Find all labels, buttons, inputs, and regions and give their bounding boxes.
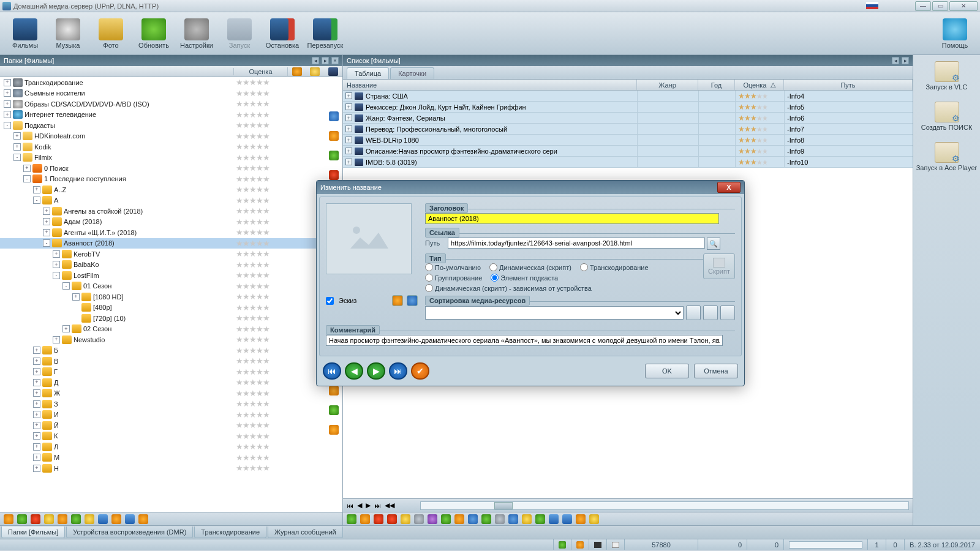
gutter-icon[interactable] xyxy=(329,386,339,395)
browse-button[interactable]: 🔍 xyxy=(707,238,720,250)
radio-default[interactable]: По-умолчанию xyxy=(425,263,481,271)
list-row[interactable]: +WEB-DLRip 1080★★★★★-Info8 xyxy=(343,135,913,146)
tool-icon[interactable] xyxy=(454,514,464,524)
radio-dyndev[interactable]: Динамическая (скрипт) - зависимая от уст… xyxy=(425,284,592,292)
tree-item[interactable]: [720p] (10)★★★★★ xyxy=(0,313,342,324)
restart-button[interactable]: Перезапуск xyxy=(304,14,347,53)
tool-icon[interactable] xyxy=(360,514,370,524)
photo-button[interactable]: Фото xyxy=(89,14,132,53)
tree-item[interactable]: -А★★★★★ xyxy=(0,195,342,206)
tree-item[interactable]: +Л★★★★★ xyxy=(0,441,342,452)
nav-check-button[interactable]: ✔ xyxy=(411,362,429,380)
header-input[interactable] xyxy=(425,213,719,224)
list-row[interactable]: +Страна: США★★★★★-Info4 xyxy=(343,91,913,102)
tree-item[interactable]: +З★★★★★ xyxy=(0,399,342,410)
tree-item[interactable]: -Подкасты★★★★★ xyxy=(0,120,342,131)
radio-group[interactable]: Группирование xyxy=(425,274,482,282)
nav-prev-button[interactable]: ◀ xyxy=(345,362,363,380)
folder-tree[interactable]: +Транскодирование★★★★★+Съемные носители★… xyxy=(0,77,342,512)
tree-item[interactable]: -Filmix★★★★★ xyxy=(0,152,342,163)
tool-icon[interactable] xyxy=(481,514,491,524)
sort-btn-1[interactable] xyxy=(686,305,701,320)
gutter-icon[interactable] xyxy=(329,131,339,141)
tree-item[interactable]: +М★★★★★ xyxy=(0,452,342,463)
list-body[interactable]: +Страна: США★★★★★-Info4+Режиссер: Джон Л… xyxy=(343,91,913,168)
action-vlc[interactable]: Запуск в VLC xyxy=(916,61,978,91)
sort-select[interactable] xyxy=(425,306,684,320)
tree-item[interactable]: +К★★★★★ xyxy=(0,431,342,442)
stop-button[interactable]: Остановка xyxy=(261,14,304,53)
right-next-button[interactable]: ▸ xyxy=(902,57,909,64)
sort-btn-3[interactable] xyxy=(720,305,735,320)
nav-next-icon[interactable]: ▶ xyxy=(366,501,371,509)
left-close-button[interactable]: × xyxy=(331,57,339,64)
tree-item[interactable]: +Адам (2018)★★★★★ xyxy=(0,217,342,228)
tool-icon[interactable] xyxy=(31,514,40,524)
tree-item[interactable]: +HDKinoteatr.com★★★★★ xyxy=(0,131,342,142)
tool-icon[interactable] xyxy=(58,514,67,524)
tool-icon[interactable] xyxy=(535,514,545,524)
eskiz-folder-button[interactable] xyxy=(392,295,403,306)
tool-icon[interactable] xyxy=(44,514,54,524)
gutter-icon[interactable] xyxy=(329,151,339,160)
col-rating[interactable]: Оценка xyxy=(233,68,287,75)
minimize-button[interactable]: — xyxy=(915,1,931,11)
left-next-button[interactable]: ▸ xyxy=(322,57,329,64)
tool-icon[interactable] xyxy=(401,514,410,524)
tree-item[interactable]: +Транскодирование★★★★★ xyxy=(0,77,342,88)
close-window-button[interactable]: ✕ xyxy=(949,1,978,11)
tool-icon[interactable] xyxy=(374,514,383,524)
tool-icon[interactable] xyxy=(522,514,532,524)
imdb-icon[interactable] xyxy=(589,514,599,524)
help-button[interactable]: Помощь xyxy=(933,14,976,53)
refresh-button[interactable]: Обновить xyxy=(132,14,175,53)
radio-trans[interactable]: Транскодирование xyxy=(580,263,649,271)
sort-btn-2[interactable] xyxy=(703,305,718,320)
list-row[interactable]: +Перевод: Профессиональный, многоголосый… xyxy=(343,124,913,135)
tree-item[interactable]: +[1080 HD]★★★★★ xyxy=(0,291,342,302)
radio-podcast[interactable]: Элемент подкаста xyxy=(491,274,558,282)
left-prev-button[interactable]: ◂ xyxy=(312,57,319,64)
eskiz-checkbox[interactable] xyxy=(326,297,334,305)
script-button[interactable]: Скрипт xyxy=(703,253,735,279)
nav-prev-icon[interactable]: ◀ xyxy=(357,501,362,509)
music-button[interactable]: Музыка xyxy=(47,14,89,53)
tree-item[interactable]: +BaibaKo★★★★★ xyxy=(0,260,342,271)
tree-item[interactable]: -1 Последние поступления★★★★★ xyxy=(0,174,342,185)
tool-icon[interactable] xyxy=(4,514,13,524)
tool-icon[interactable] xyxy=(441,514,451,524)
tree-item[interactable]: +Н★★★★★ xyxy=(0,463,342,474)
tool-icon[interactable] xyxy=(414,514,424,524)
tree-item[interactable]: +0 Поиск★★★★★ xyxy=(0,163,342,174)
tab-cards[interactable]: Карточки xyxy=(390,67,434,79)
tree-item[interactable]: +В★★★★★ xyxy=(0,356,342,367)
tool-icon[interactable] xyxy=(111,514,121,524)
tool-icon[interactable] xyxy=(71,514,81,524)
btab-dmr[interactable]: Устройства воспроизведения (DMR) xyxy=(66,527,193,538)
tree-item[interactable]: +A..Z★★★★★ xyxy=(0,184,342,195)
tool-icon[interactable] xyxy=(347,514,356,524)
tree-item[interactable]: +Д★★★★★ xyxy=(0,377,342,388)
tree-item[interactable]: +Агенты «Щ.И.Т.» (2018)★★★★★ xyxy=(0,227,342,238)
col-rating[interactable]: Оценка △ xyxy=(735,80,784,90)
btab-log[interactable]: Журнал сообщений xyxy=(268,527,343,538)
path-input[interactable] xyxy=(448,238,705,249)
eskiz-web-button[interactable] xyxy=(407,295,418,306)
gutter-icon[interactable] xyxy=(329,170,339,180)
nav-next-button[interactable]: ▶ xyxy=(367,362,385,380)
tool-icon[interactable] xyxy=(428,514,437,524)
tree-item[interactable]: +02 Сезон★★★★★ xyxy=(0,324,342,335)
gutter-icon[interactable] xyxy=(329,111,339,121)
settings-button[interactable]: Настройки xyxy=(175,14,218,53)
nav-first-button[interactable]: ⏮ xyxy=(323,362,341,380)
col-year[interactable]: Год xyxy=(698,80,735,90)
right-prev-button[interactable]: ◂ xyxy=(892,57,899,64)
tree-item[interactable]: +Образы CD/SACD/DVD/DVD-A/BD (ISO)★★★★★ xyxy=(0,99,342,110)
action-ace[interactable]: Запуск в Ace Player xyxy=(916,142,978,171)
nav-stop-icon[interactable]: ◀◀ xyxy=(385,501,394,509)
save-icon[interactable] xyxy=(98,514,108,524)
tree-item[interactable]: +Й★★★★★ xyxy=(0,420,342,431)
nav-last-icon[interactable]: ⏭ xyxy=(374,502,381,509)
list-row[interactable]: +Описание:Начав просмотр фэнтезийно-драм… xyxy=(343,146,913,157)
movies-button[interactable]: Фильмы xyxy=(4,14,47,53)
